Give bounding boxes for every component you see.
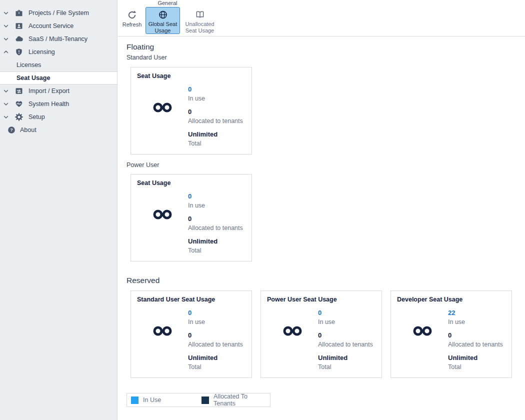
allocated-value: 0: [188, 108, 243, 116]
global-seat-usage-button-label: Global Seat Usage: [146, 21, 180, 34]
standard-user-label: Standard User: [126, 54, 525, 61]
unallocated-seat-usage-button[interactable]: Unallocated Seat Usage: [182, 7, 217, 34]
sidebar-item-import-export[interactable]: Import / Export: [0, 84, 117, 98]
gear-icon: [15, 113, 23, 121]
total-label: Total: [188, 246, 243, 255]
total-value: Unlimited: [318, 354, 373, 362]
legend-label: In Use: [143, 396, 161, 404]
total-value: Unlimited: [448, 354, 503, 362]
in-use-label: In use: [318, 318, 373, 326]
allocated-label: Allocated to tenants: [448, 340, 503, 349]
sidebar-item-label: Seat Usage: [16, 74, 50, 82]
total-label: Total: [188, 140, 243, 148]
in-use-label: In use: [188, 94, 243, 103]
in-use-value: 0: [188, 309, 243, 317]
sidebar-item-licenses[interactable]: Licenses: [0, 58, 117, 72]
in-use-value: 0: [188, 86, 243, 94]
sidebar-item-label: Licensing: [28, 48, 55, 56]
refresh-button[interactable]: Refresh: [121, 7, 143, 34]
heart-pulse-icon: [15, 100, 23, 108]
legend-label: Allocated To Tenants: [214, 393, 270, 407]
total-value: Unlimited: [188, 130, 243, 138]
allocated-value: 0: [188, 332, 243, 340]
total-label: Total: [188, 363, 243, 372]
chevron-down-icon[interactable]: [3, 101, 9, 107]
seat-usage-card-reserved-power: Power User Seat Usage 0In use 0Allocated…: [260, 290, 382, 378]
shield-icon: [15, 48, 23, 56]
svg-text:?: ?: [10, 128, 13, 132]
refresh-button-label: Refresh: [122, 22, 142, 28]
allocated-swatch: [202, 396, 209, 404]
sidebar-item-account-service[interactable]: Account Service: [0, 20, 117, 32]
seat-usage-card-floating-standard: Seat Usage 0In use 0Allocated to tenants…: [130, 67, 252, 154]
sidebar-item-label: Licenses: [16, 62, 41, 68]
toolbar: General Refresh Global Seat Usage Unallo…: [118, 0, 525, 36]
chevron-up-icon[interactable]: [3, 49, 9, 55]
sidebar-item-label: Import / Export: [28, 88, 70, 94]
infinity-icon: [152, 208, 174, 220]
total-value: Unlimited: [188, 354, 243, 362]
sidebar-item-label: Projects / File System: [28, 10, 89, 16]
legend: In Use Allocated To Tenants: [126, 393, 270, 407]
main-area: General Refresh Global Seat Usage Unallo…: [118, 0, 525, 420]
allocated-label: Allocated to tenants: [188, 224, 243, 232]
sidebar-item-label: Setup: [28, 114, 45, 120]
contact-card-icon: [15, 22, 23, 30]
chevron-down-icon[interactable]: [3, 88, 9, 94]
sidebar-item-saas-multi-tenancy[interactable]: SaaS / Multi-Tenancy: [0, 32, 117, 46]
sidebar-item-seat-usage[interactable]: Seat Usage: [0, 72, 117, 84]
infinity-icon: [282, 325, 304, 337]
legend-item-allocated: Allocated To Tenants: [202, 393, 270, 407]
globe-icon: [158, 10, 168, 20]
total-value: Unlimited: [188, 238, 243, 246]
infinity-icon: [152, 102, 174, 114]
in-use-value: 0: [188, 192, 243, 200]
allocated-value: 0: [318, 332, 373, 340]
infinity-icon: [412, 325, 434, 337]
power-user-label: Power User: [126, 162, 525, 168]
seat-usage-card-reserved-standard: Standard User Seat Usage 0In use 0Alloca…: [130, 290, 252, 378]
seat-usage-card-floating-power: Seat Usage 0In use 0Allocated to tenants…: [130, 174, 252, 262]
sidebar-item-licensing[interactable]: Licensing: [0, 46, 117, 58]
total-label: Total: [448, 363, 503, 372]
reserved-cards-row: Standard User Seat Usage 0In use 0Alloca…: [130, 290, 525, 378]
sidebar-item-label: Account Service: [28, 22, 74, 30]
floating-section-title: Floating: [126, 42, 525, 52]
allocated-value: 0: [188, 215, 243, 223]
reserved-section-title: Reserved: [126, 276, 525, 285]
chevron-down-icon[interactable]: [3, 114, 9, 120]
cloud-icon: [15, 35, 23, 43]
global-seat-usage-button[interactable]: Global Seat Usage: [146, 7, 180, 34]
chevron-down-icon[interactable]: [3, 10, 9, 16]
card-title: Seat Usage: [137, 180, 246, 186]
help-icon: ?: [8, 126, 16, 134]
allocated-label: Allocated to tenants: [318, 340, 373, 349]
in-use-label: In use: [188, 318, 243, 326]
in-use-label: In use: [188, 202, 243, 210]
toolbar-group-label: General: [158, 0, 177, 6]
sidebar-item-label: SaaS / Multi-Tenancy: [28, 36, 88, 42]
sidebar-item-about[interactable]: ? About: [0, 124, 117, 136]
card-title: Developer Seat Usage: [397, 296, 506, 303]
briefcase-icon: [15, 9, 23, 17]
allocated-label: Allocated to tenants: [188, 117, 243, 126]
card-title: Power User Seat Usage: [267, 296, 376, 303]
refresh-icon: [127, 10, 137, 20]
import-export-icon: [15, 87, 23, 95]
in-use-swatch: [131, 396, 138, 404]
unallocated-seat-usage-button-label: Unallocated Seat Usage: [183, 21, 216, 34]
seat-usage-content: Floating Standard User Seat Usage 0In us…: [118, 36, 525, 407]
card-title: Seat Usage: [137, 72, 246, 80]
chevron-down-icon[interactable]: [3, 36, 9, 42]
total-label: Total: [318, 363, 373, 372]
seat-usage-card-reserved-developer: Developer Seat Usage 22In use 0Allocated…: [390, 290, 512, 378]
sidebar-item-setup[interactable]: Setup: [0, 110, 117, 124]
sidebar-item-projects-file-system[interactable]: Projects / File System: [0, 6, 117, 20]
sidebar: Projects / File System Account Service S…: [0, 0, 118, 420]
chevron-down-icon[interactable]: [3, 23, 9, 29]
in-use-value: 22: [448, 309, 503, 317]
sidebar-item-label: About: [20, 126, 36, 134]
in-use-value: 0: [318, 309, 373, 317]
allocated-label: Allocated to tenants: [188, 340, 243, 349]
sidebar-item-system-health[interactable]: System Health: [0, 98, 117, 110]
